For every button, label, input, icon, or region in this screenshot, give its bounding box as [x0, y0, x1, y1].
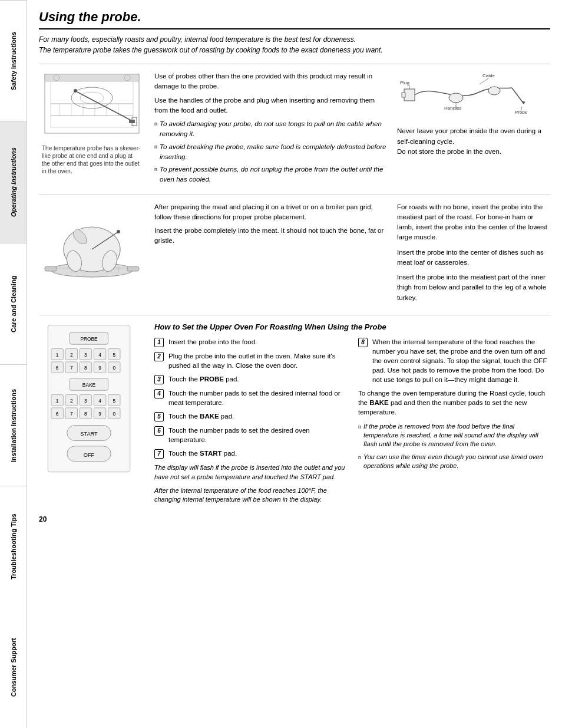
control-panel-image: PROBE 1 2 3 4 5 6 7 8 9: [39, 322, 139, 476]
svg-point-10: [71, 87, 113, 108]
section-steps: PROBE 1 2 3 4 5 6 7 8 9: [39, 315, 550, 508]
svg-point-11: [80, 92, 104, 104]
step-2: 2 Plug the probe into the outlet in the …: [154, 351, 346, 370]
page-subtitle: For many foods, especially roasts and po…: [39, 34, 550, 55]
section2-text: After preparing the meat and placing it …: [154, 202, 388, 308]
svg-text:0: 0: [113, 411, 115, 417]
svg-rect-16: [45, 74, 139, 81]
svg-text:Handles: Handles: [444, 106, 461, 111]
section3-content: How to Set the Upper Oven For Roasting W…: [154, 322, 550, 508]
svg-text:8: 8: [84, 365, 87, 371]
svg-line-21: [512, 88, 524, 104]
svg-text:2: 2: [70, 397, 73, 403]
section1-text: Use of probes other than the one provide…: [154, 71, 388, 187]
sidebar-item-care[interactable]: Care and Cleaning: [0, 243, 27, 364]
svg-text:2: 2: [70, 351, 73, 357]
step-3-text: Touch the PROBE pad.: [168, 374, 346, 384]
svg-line-28: [480, 78, 488, 84]
svg-text:BAKE: BAKE: [82, 381, 96, 387]
svg-point-13: [74, 89, 77, 93]
sidebar-item-safety[interactable]: Safety Instructions: [0, 0, 27, 121]
section1-bullet2: To avoid breaking the probe, make sure f…: [154, 142, 388, 163]
svg-rect-19: [404, 89, 415, 101]
sidebar: Safety Instructions Operating Instructio…: [0, 0, 27, 728]
svg-text:8: 8: [84, 411, 87, 417]
svg-rect-34: [127, 266, 139, 271]
page-title: Using the probe.: [39, 9, 550, 29]
step-2-text: Plug the probe into the outlet in the ov…: [168, 351, 346, 370]
step-6: 6 Touch the number pads to set the desir…: [154, 426, 346, 444]
svg-text:START: START: [80, 431, 98, 437]
svg-point-24: [488, 87, 500, 95]
svg-text:6: 6: [56, 365, 59, 371]
section1-right: Plug Cable Handles Probe Never leave you…: [397, 71, 550, 187]
svg-text:4: 4: [98, 397, 101, 403]
section1-image-caption: The temperature probe has a skewer-like …: [42, 144, 142, 175]
italic-note-1: The display will flash if the probe is i…: [154, 463, 346, 482]
svg-text:5: 5: [113, 351, 115, 357]
svg-text:Cable: Cable: [482, 73, 495, 78]
steps-columns: 1 Insert the probe into the food. 2 Plug…: [154, 337, 550, 508]
sidebar-item-troubleshooting[interactable]: Troubleshooting Tips: [0, 486, 27, 607]
svg-text:7: 7: [70, 365, 73, 371]
step-7: 7 Touch the START pad.: [154, 449, 346, 459]
section1-p2: Use the handles of the probe and plug wh…: [154, 95, 388, 116]
svg-text:Plug: Plug: [400, 80, 409, 85]
sidebar-item-installation[interactable]: Installation Instructions: [0, 364, 27, 486]
section2-p1: After preparing the meat and placing it …: [154, 202, 388, 223]
svg-text:OFF: OFF: [84, 452, 95, 457]
sidebar-item-operating[interactable]: Operating Instructions: [0, 121, 27, 243]
section1-right-bullet1: Never leave your probe inside the oven d…: [397, 126, 550, 147]
section1-p1: Use of probes other than the one provide…: [154, 71, 388, 92]
svg-text:1: 1: [56, 397, 59, 403]
turkey-image: [42, 202, 142, 279]
steps-right-col: 8 When the internal temperature of the f…: [358, 337, 550, 508]
svg-text:4: 4: [98, 351, 101, 357]
step-1: 1 Insert the probe into the food.: [154, 337, 346, 347]
svg-text:3: 3: [84, 351, 87, 357]
oven-probe-image: [42, 71, 142, 142]
probe-diagram: Plug Cable Handles Probe: [397, 71, 527, 118]
svg-text:9: 9: [98, 411, 101, 417]
section2-right-p1: For roasts with no bone, insert the prob…: [397, 202, 550, 243]
step-4-text: Touch the number pads to set the desired…: [168, 388, 346, 407]
section1-image-area: The temperature probe has a skewer-like …: [39, 71, 145, 187]
svg-rect-35: [45, 266, 57, 271]
svg-text:Probe: Probe: [515, 110, 527, 115]
svg-text:1: 1: [56, 351, 59, 357]
svg-text:9: 9: [98, 365, 101, 371]
section-probe-placement: After preparing the meat and placing it …: [39, 195, 550, 308]
svg-point-23: [449, 93, 463, 103]
step-8: 8 When the internal temperature of the f…: [358, 337, 550, 384]
section3-right-bullet2: You can use the timer even though you ca…: [358, 453, 550, 471]
step-1-text: Insert the probe into the food.: [168, 337, 346, 347]
section1-right-bullet2: Do not store the probe in the oven.: [397, 147, 550, 157]
section3-right-p1: To change the oven temperature during th…: [358, 388, 550, 417]
section2-p2: Insert the probe completely into the mea…: [154, 226, 388, 246]
svg-text:PROBE: PROBE: [80, 335, 98, 341]
step-3: 3 Touch the PROBE pad.: [154, 374, 346, 384]
step-6-text: Touch the number pads to set the desired…: [168, 426, 346, 444]
section2-right-p2: Insert the probe into the center of dish…: [397, 248, 550, 268]
section2-right-p3: Insert the probe into the meatiest part …: [397, 272, 550, 303]
step-5-text: Touch the BAKE pad.: [168, 411, 346, 421]
section3-right-bullet1: If the probe is removed from the food be…: [358, 422, 550, 449]
svg-point-46: [117, 230, 120, 233]
steps-title: How to Set the Upper Oven For Roasting W…: [154, 322, 550, 331]
italic-note-2: After the internal temperature of the fo…: [154, 486, 346, 505]
svg-rect-20: [402, 93, 405, 97]
svg-text:6: 6: [56, 411, 59, 417]
step-5: 5 Touch the BAKE pad.: [154, 411, 346, 421]
svg-text:7: 7: [70, 411, 73, 417]
svg-text:5: 5: [113, 397, 115, 403]
svg-line-12: [77, 92, 133, 121]
section2-right: For roasts with no bone, insert the prob…: [397, 202, 550, 308]
steps-left-col: 1 Insert the probe into the food. 2 Plug…: [154, 337, 346, 508]
step-8-text: When the internal temperature of the foo…: [372, 337, 550, 384]
step-7-text: Touch the START pad.: [168, 449, 346, 459]
main-content: Using the probe. For many foods, especia…: [27, 0, 562, 728]
sidebar-item-consumer[interactable]: Consumer Support: [0, 607, 27, 728]
section1-bullet3: To prevent possible burns, do not unplug…: [154, 164, 388, 185]
svg-text:3: 3: [84, 397, 87, 403]
svg-text:0: 0: [113, 365, 115, 371]
